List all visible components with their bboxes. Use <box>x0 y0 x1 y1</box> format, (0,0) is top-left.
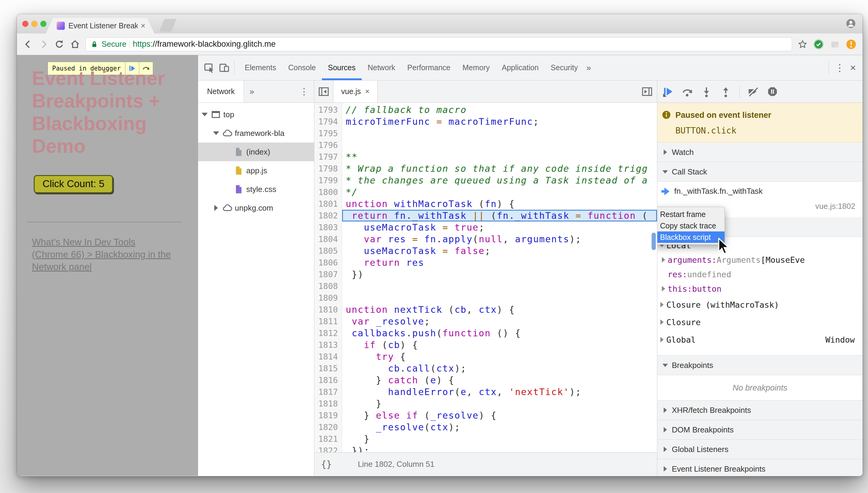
tab-sources[interactable]: Sources <box>322 55 362 80</box>
code-text[interactable]: } <box>342 433 657 445</box>
code-text[interactable]: * Wrap a function so that if any code in… <box>342 163 657 174</box>
collapse-navigator-icon[interactable] <box>318 86 329 97</box>
line-number[interactable]: 1810 <box>314 304 342 316</box>
expander-down-icon[interactable] <box>213 131 220 135</box>
tree-item-framework-bla[interactable]: framework-bla <box>198 124 314 143</box>
line-number[interactable]: 1808 <box>314 280 342 292</box>
line-number[interactable]: 1797 <box>314 151 342 163</box>
line-number[interactable]: 1809 <box>314 292 342 304</box>
reload-icon[interactable] <box>54 39 65 49</box>
code-text[interactable]: useMacroTask = false; <box>342 245 657 257</box>
window-minimize-button[interactable] <box>31 21 37 27</box>
resume-script-icon[interactable] <box>662 86 674 97</box>
code-text[interactable]: ** <box>342 151 657 163</box>
code-area[interactable]: 1793// fallback to macro1794microTimerFu… <box>314 103 657 452</box>
code-text[interactable]: cb.call(ctx); <box>342 363 657 374</box>
code-text[interactable] <box>342 139 657 151</box>
code-text[interactable]: if (cb) { <box>342 339 657 351</box>
window-zoom-button[interactable] <box>40 21 46 27</box>
code-text[interactable]: var res = fn.apply(null, arguments); <box>342 233 657 245</box>
editor-tab-vuejs[interactable]: vue.js × <box>333 81 378 103</box>
code-text[interactable]: } <box>342 398 657 409</box>
window-close-button[interactable] <box>22 21 28 27</box>
tree-item-style-css[interactable]: style.css <box>198 180 314 198</box>
code-text[interactable]: unction nextTick (cb, ctx) { <box>342 304 657 316</box>
section-event-listener-breakpoints[interactable]: Event Listener Breakpoints <box>657 459 863 476</box>
tree-item-top[interactable]: top <box>198 105 314 124</box>
line-number[interactable]: 1799 <box>314 174 342 186</box>
line-number[interactable]: 1815 <box>314 363 342 374</box>
devtools-close-icon[interactable]: × <box>850 62 856 73</box>
code-text[interactable]: // fallback to macro <box>342 104 657 116</box>
navigator-tab-network[interactable]: Network <box>198 81 244 103</box>
line-number[interactable]: 1800 <box>314 186 342 198</box>
code-text[interactable]: return res <box>342 257 657 269</box>
scroll-position-marker[interactable] <box>652 233 656 250</box>
code-text[interactable]: _resolve(ctx); <box>342 421 657 433</box>
tree-item-unpkg-com[interactable]: unpkg.com <box>198 198 314 217</box>
device-toolbar-icon[interactable] <box>218 62 230 73</box>
line-number[interactable]: 1813 <box>314 339 342 351</box>
extension-warning-icon[interactable] <box>846 39 856 50</box>
expander-right-icon[interactable] <box>657 302 666 307</box>
whats-new-link[interactable]: What's New In Dev Tools (Chrome 66) > Bl… <box>32 236 171 273</box>
extension-check-icon[interactable] <box>813 39 824 50</box>
section-xhr-fetch-breakpoints[interactable]: XHR/fetch Breakpoints <box>657 400 863 420</box>
line-number[interactable]: 1793 <box>314 104 342 116</box>
scope-variable-this[interactable]: this: button <box>657 281 863 296</box>
expander-right-icon[interactable] <box>213 205 220 211</box>
line-number[interactable]: 1802 <box>314 210 342 221</box>
section-call-stack[interactable]: Call Stack <box>657 162 863 182</box>
code-text[interactable]: handleError(e, ctx, 'nextTick'); <box>342 386 657 398</box>
line-number[interactable]: 1821 <box>314 433 342 445</box>
code-text[interactable]: microTimerFunc = macroTimerFunc; <box>342 116 657 127</box>
new-tab-button[interactable] <box>159 19 177 31</box>
code-text[interactable]: }); <box>342 445 657 452</box>
bookmark-star-icon[interactable] <box>798 39 808 49</box>
code-text[interactable]: callbacks.push(function () { <box>342 327 657 339</box>
devtools-menu-icon[interactable]: ⋮ <box>835 62 845 73</box>
line-number[interactable]: 1805 <box>314 245 342 257</box>
frame-location-link[interactable]: vue.js:1802 <box>815 201 855 211</box>
pretty-print-icon[interactable]: {} <box>321 459 332 470</box>
address-bar[interactable]: Secure https://framework-blackboxing.gli… <box>86 37 792 51</box>
pause-on-exceptions-icon[interactable] <box>767 86 778 97</box>
line-number[interactable]: 1819 <box>314 409 342 421</box>
section-global-listeners[interactable]: Global Listeners <box>657 440 863 459</box>
back-icon[interactable] <box>23 39 33 49</box>
line-number[interactable]: 1814 <box>314 351 342 363</box>
line-number[interactable]: 1812 <box>314 327 342 339</box>
line-number[interactable]: 1816 <box>314 374 342 386</box>
profile-avatar-icon[interactable] <box>846 18 856 29</box>
code-text[interactable] <box>342 280 657 292</box>
line-number[interactable]: 1804 <box>314 233 342 245</box>
expander-right-icon[interactable] <box>659 257 668 262</box>
tab-console[interactable]: Console <box>282 55 322 80</box>
code-text[interactable]: } else if (_resolve) { <box>342 409 657 421</box>
scope-section-global[interactable]: GlobalWindow <box>657 331 863 348</box>
line-number[interactable]: 1818 <box>314 398 342 409</box>
more-tabs-icon[interactable]: » <box>586 63 591 72</box>
menu-item-blackbox-script[interactable]: Blackbox script <box>657 232 724 243</box>
tab-security[interactable]: Security <box>545 55 584 80</box>
tab-close-icon[interactable]: × <box>141 22 145 29</box>
scope-variable-res[interactable]: res: undefined <box>657 267 863 281</box>
expander-right-icon[interactable] <box>657 319 666 325</box>
expander-right-icon[interactable] <box>659 286 668 292</box>
step-into-icon[interactable] <box>701 86 712 97</box>
code-text[interactable]: * the changes are queued using a Task in… <box>342 174 657 186</box>
line-number[interactable]: 1811 <box>314 316 342 327</box>
code-text[interactable]: unction withMacroTask (fn) { <box>342 198 657 210</box>
code-text[interactable] <box>342 127 657 139</box>
line-number[interactable]: 1795 <box>314 127 342 139</box>
browser-tab[interactable]: Event Listener Breakpoints + B × <box>46 18 154 34</box>
line-number[interactable]: 1807 <box>314 269 342 280</box>
expander-down-icon[interactable] <box>201 113 208 116</box>
scope-variable-arguments[interactable]: arguments: Arguments [MouseEve <box>657 253 863 267</box>
line-number[interactable]: 1817 <box>314 386 342 398</box>
menu-item-copy-stack-trace[interactable]: Copy stack trace <box>657 220 724 232</box>
code-text[interactable]: try { <box>342 351 657 363</box>
scope-section-closure-withmacrotask[interactable]: Closure (withMacroTask) <box>657 296 863 314</box>
click-count-button[interactable]: Click Count: 5 <box>34 175 113 193</box>
tab-performance[interactable]: Performance <box>401 55 456 80</box>
